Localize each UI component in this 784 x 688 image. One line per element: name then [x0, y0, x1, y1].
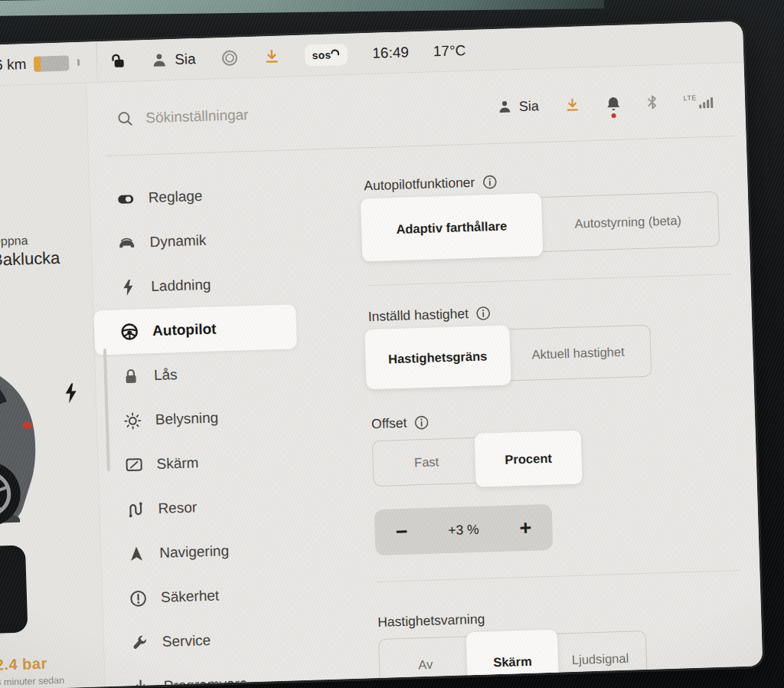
autopilot-settings: Autopilotfunktioner Adaptiv farthållare … [312, 137, 763, 680]
car-icon [117, 234, 136, 252]
section-divider [367, 274, 731, 286]
navigation-icon [127, 545, 146, 562]
lock-icon [122, 367, 141, 385]
tire-pressure-updated: 3 minuter sedan [0, 675, 64, 688]
charge-bolt-icon [63, 382, 79, 405]
range-label: 6 km [0, 56, 27, 74]
sidebar-item-label: Belysning [155, 409, 218, 428]
sidebar-item-sakerhet[interactable]: Säkerhet [102, 570, 327, 621]
clock: 16:49 [372, 44, 409, 61]
settings-panel: Sökinställningar Sia [86, 63, 763, 687]
section-title-text: Offset [371, 415, 407, 432]
person-icon [151, 51, 168, 69]
sidebar-item-label: Resor [158, 499, 197, 517]
option-skarm[interactable]: Skärm [466, 630, 559, 688]
sidebar-item-label: Service [162, 632, 211, 650]
sidebar-item-label: Skärm [156, 454, 199, 473]
sidebar-item-navigering[interactable]: Navigering [100, 526, 325, 577]
open-trunk-target: Baklucka [0, 247, 60, 270]
sidebar-item-belysning[interactable]: Belysning [96, 392, 322, 444]
tire-pressure-value: 2.4 bar [0, 654, 64, 674]
sidebar-item-label: Navigering [159, 542, 229, 562]
set-speed-segmented: Hastighetsgräns Aktuell hastighet [368, 325, 652, 386]
wrench-icon [130, 634, 149, 651]
ceiling-reflection [0, 0, 604, 16]
outside-temperature: 17°C [433, 42, 466, 60]
sidebar-item-laddning[interactable]: Laddning [92, 259, 317, 310]
profile-menu[interactable]: Sia [497, 98, 540, 116]
bluetooth-icon[interactable] [645, 93, 658, 110]
bottom-left-button[interactable] [0, 545, 28, 635]
driver-profile-name: Sia [175, 51, 196, 68]
battery-icon [34, 55, 70, 71]
stepper-value: +3 % [413, 520, 514, 539]
notification-bell-icon[interactable] [605, 95, 621, 112]
network-type: LTE [683, 93, 697, 102]
sidebar-item-label: Säkerhet [161, 588, 220, 606]
trips-icon [126, 500, 145, 519]
steering-wheel-icon [120, 323, 139, 342]
option-procent[interactable]: Procent [475, 431, 583, 487]
sidebar-item-dynamik[interactable]: Dynamik [91, 215, 316, 266]
option-fast[interactable]: Fast [373, 438, 481, 486]
safety-icon [129, 589, 148, 608]
search-input[interactable]: Sökinställningar [116, 106, 249, 127]
toggle-icon [116, 189, 135, 208]
sos-button[interactable]: sos [304, 43, 348, 66]
option-ljudsignal[interactable]: Ljudsignal [553, 631, 647, 686]
section-title-text: Inställd hastighet [368, 306, 469, 325]
option-av[interactable]: Av [379, 637, 472, 688]
section-divider [377, 570, 741, 582]
info-icon[interactable] [476, 306, 492, 321]
info-icon[interactable] [414, 415, 430, 431]
option-adaptiv-farthallare[interactable]: Adaptiv farthållare [361, 193, 543, 261]
stepper-minus-button[interactable]: − [390, 519, 413, 544]
sidebar-item-label: Autopilot [152, 320, 217, 339]
option-hastighetsgrans[interactable]: Hastighetsgräns [364, 325, 511, 389]
cellular-bars-icon [699, 97, 713, 108]
sidebar-item-service[interactable]: Service [103, 614, 328, 666]
sidebar-item-las[interactable]: Lås [95, 348, 320, 399]
section-title-set-speed: Inställd hastighet [368, 296, 751, 325]
sidebar-item-label: Programvara [163, 675, 247, 688]
stepper-plus-button[interactable]: + [514, 516, 537, 540]
sos-label: sos [312, 48, 331, 61]
tesla-touchscreen: 6 km Sia sos [0, 21, 763, 688]
section-title-speed-warning: Hastighetsvarning [377, 602, 761, 631]
search-placeholder: Sökinställningar [145, 106, 249, 126]
section-title-text: Autopilotfunktioner [364, 175, 475, 195]
lock-unlocked-icon[interactable] [109, 52, 127, 70]
profile-ring-icon[interactable] [220, 48, 239, 67]
search-icon [116, 110, 134, 128]
sidebar-item-resor[interactable]: Resor [100, 481, 325, 532]
battery-cap [77, 59, 80, 66]
software-download-icon[interactable] [263, 48, 280, 65]
section-title-text: Hastighetsvarning [377, 611, 485, 631]
settings-sidebar: Reglage Dynamik Laddning Autopilot [89, 150, 329, 686]
sidebar-item-autopilot[interactable]: Autopilot [93, 304, 297, 355]
display-icon [124, 457, 143, 473]
statusbar-seam [96, 41, 98, 83]
software-download-icon[interactable] [564, 97, 580, 113]
autopilot-functions-segmented: Adaptiv farthållare Autostyrning (beta) [364, 192, 720, 257]
person-icon [497, 99, 513, 115]
sos-phone-icon [331, 48, 340, 57]
speed-warning-segmented: Av Skärm Ljudsignal [378, 631, 648, 688]
profile-menu-name: Sia [518, 98, 539, 115]
option-autostyrning-beta[interactable]: Autostyrning (beta) [536, 192, 719, 251]
light-icon [122, 411, 142, 430]
sidebar-item-reglage[interactable]: Reglage [90, 170, 315, 221]
info-icon[interactable] [482, 175, 498, 190]
sidebar-item-skarm[interactable]: Skärm [98, 437, 323, 488]
open-trunk-button[interactable]: Öppna Baklucka [0, 232, 60, 270]
tire-pressure: 2.4 bar 3 minuter sedan [0, 654, 64, 688]
sidebar-item-label: Reglage [148, 188, 202, 206]
battery-status: 6 km [0, 54, 80, 73]
offset-stepper: − +3 % + [374, 504, 554, 555]
section-title-autopilot-functions: Autopilotfunktioner [364, 166, 747, 195]
car-render [0, 354, 70, 545]
option-aktuell-hastighet[interactable]: Aktuell hastighet [505, 326, 651, 381]
offset-segmented: Fast Procent [372, 434, 579, 487]
driver-profile[interactable]: Sia [151, 51, 196, 69]
download-icon [131, 678, 150, 688]
